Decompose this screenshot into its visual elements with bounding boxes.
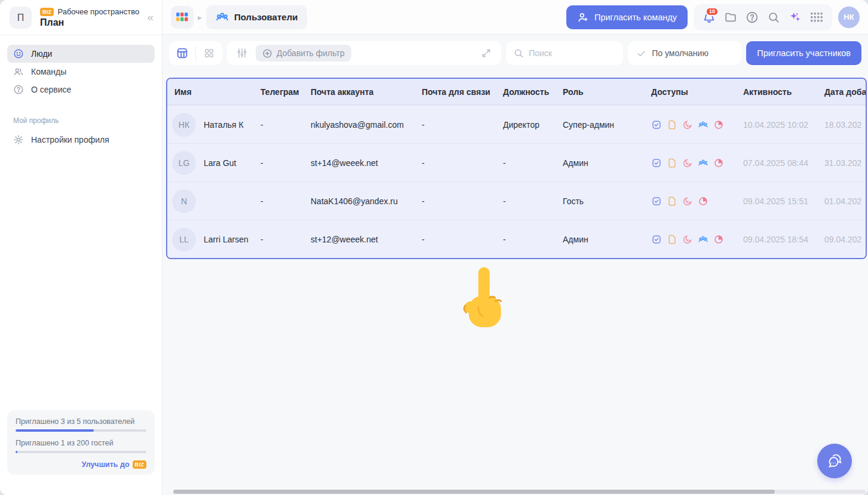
- column-header-date-added[interactable]: Дата доба: [817, 87, 867, 97]
- user-role: Гость: [556, 196, 644, 206]
- table-view-icon: [176, 47, 189, 60]
- biz-badge: BIZ: [133, 460, 146, 469]
- files-button[interactable]: [720, 7, 741, 28]
- invite-team-button[interactable]: Пригласить команду: [566, 5, 688, 29]
- notification-badge: 10: [706, 7, 719, 16]
- card-view-button[interactable]: [196, 41, 222, 65]
- question-circle-icon: [746, 11, 759, 24]
- support-chat-button[interactable]: [817, 444, 852, 478]
- sidebar-item-profile-settings[interactable]: Настройки профиля: [7, 131, 155, 149]
- upgrade-link[interactable]: Улучшить до: [82, 460, 130, 469]
- column-header-telegram[interactable]: Телеграм: [253, 87, 303, 97]
- user-date-added: 31.03.202: [817, 158, 867, 168]
- analytics-access-icon: [713, 234, 724, 245]
- color-grid-icon: [176, 13, 188, 21]
- user-telegram: -: [253, 158, 303, 168]
- table-search: [506, 41, 623, 65]
- gear-icon: [13, 134, 24, 145]
- user-activity: 09.04.2025 15:51: [736, 196, 817, 206]
- settings-sliders-button[interactable]: [233, 44, 251, 62]
- expand-button[interactable]: [477, 44, 495, 62]
- column-header-name[interactable]: Имя: [167, 87, 253, 97]
- user-activity: 10.04.2025 10:02: [736, 120, 817, 130]
- user-account-email: st+12@weeek.net: [303, 235, 415, 244]
- add-filter-button[interactable]: Добавить фильтр: [256, 45, 351, 62]
- column-header-account-email[interactable]: Почта аккаунта: [303, 87, 415, 97]
- user-telegram: -: [253, 120, 303, 130]
- avatar: НК: [172, 113, 196, 137]
- avatar: LG: [172, 151, 196, 175]
- sparkles-icon: [789, 11, 802, 24]
- check-icon: [636, 48, 646, 59]
- horizontal-scrollbar: [173, 490, 866, 494]
- workspace-label: Рабочее пространство: [57, 7, 139, 16]
- table-row[interactable]: LL Larri Larsen - st+12@weeek.net - - Ад…: [167, 220, 867, 258]
- tasks-access-icon: [651, 119, 662, 130]
- users-access-icon: [698, 234, 708, 245]
- table-row[interactable]: НК Наталья К - nkulyashova@gmail.com - Д…: [167, 105, 867, 143]
- workspace-header: П BIZ Рабочее пространство План «: [0, 0, 162, 35]
- help-button[interactable]: [741, 7, 763, 28]
- invite-members-button[interactable]: Пригласить участников: [746, 41, 861, 65]
- workspace-grid-icon[interactable]: [171, 6, 194, 29]
- view-toolbar: Добавить фильтр По умолчанию Пригласить …: [162, 35, 868, 72]
- question-icon: [13, 84, 24, 95]
- user-activity: 07.04.2025 08:44: [736, 158, 817, 168]
- docs-access-icon: [667, 234, 677, 245]
- users-quota-text: Приглашено 3 из 5 пользователей: [16, 417, 146, 426]
- column-header-contact-email[interactable]: Почта для связи: [415, 87, 496, 97]
- table-row[interactable]: N - NataK1406@yandex.ru - - Гость 09.04.…: [167, 182, 867, 220]
- users-quota-bar: [16, 429, 146, 432]
- profile-section-label: Мой профиль: [0, 116, 162, 125]
- sort-select[interactable]: По умолчанию: [628, 41, 741, 65]
- breadcrumb-users[interactable]: Пользователи: [206, 5, 307, 29]
- ai-button[interactable]: [784, 7, 806, 28]
- analytics-access-icon: [698, 196, 708, 207]
- user-avatar[interactable]: НК: [838, 7, 860, 28]
- guests-quota-bar: [16, 451, 146, 453]
- workspace-initial: П: [17, 13, 24, 23]
- search-input[interactable]: [529, 48, 606, 58]
- column-header-position[interactable]: Должность: [496, 87, 556, 97]
- sidebar-collapse-icon[interactable]: «: [147, 11, 154, 24]
- search-icon: [767, 11, 780, 24]
- scrollbar-thumb[interactable]: [173, 490, 775, 494]
- global-search-button[interactable]: [763, 7, 784, 28]
- breadcrumb-label: Пользователи: [234, 12, 297, 22]
- user-date-added: 01.04.202: [817, 196, 867, 206]
- notifications-button[interactable]: 10: [698, 7, 720, 28]
- user-role: Супер-админ: [556, 120, 644, 130]
- user-telegram: -: [253, 196, 303, 206]
- chevron-right-icon: ▸: [198, 13, 202, 22]
- table-row[interactable]: LG Lara Gut - st+14@weeek.net - - Админ …: [167, 143, 867, 182]
- table-header-row: Имя Телеграм Почта аккаунта Почта для св…: [167, 79, 867, 105]
- sidebar-item-about[interactable]: О сервисе: [7, 81, 155, 99]
- user-name: Наталья К: [204, 120, 244, 130]
- sidebar-item-teams[interactable]: Команды: [7, 63, 155, 81]
- workspace-logo[interactable]: П: [10, 7, 32, 29]
- sidebar-item-people[interactable]: Люди: [7, 45, 155, 63]
- user-access: [644, 234, 736, 245]
- add-filter-label: Добавить фильтр: [277, 48, 345, 58]
- sidebar-item-label: Настройки профиля: [31, 135, 109, 144]
- people-icon: [13, 66, 24, 77]
- workspace-name: План: [40, 17, 139, 28]
- analytics-access-icon: [713, 158, 724, 168]
- chat-bubbles-icon: [825, 451, 844, 471]
- table-view-button[interactable]: [169, 41, 195, 65]
- column-header-access[interactable]: Доступы: [644, 87, 736, 97]
- user-account-email: nkulyashova@gmail.com: [303, 120, 415, 130]
- sort-value: По умолчанию: [652, 48, 708, 58]
- user-access: [644, 119, 736, 130]
- column-header-role[interactable]: Роль: [556, 87, 644, 97]
- sliders-icon: [236, 47, 248, 59]
- user-position: -: [496, 196, 556, 206]
- apps-button[interactable]: [806, 7, 827, 28]
- column-header-activity[interactable]: Активность: [736, 87, 817, 97]
- grid-view-icon: [203, 47, 215, 59]
- avatar: LL: [172, 227, 196, 251]
- crm-access-icon: [682, 119, 693, 130]
- guests-quota-text: Приглашено 1 из 200 гостей: [16, 439, 146, 447]
- smiley-icon: [13, 48, 24, 59]
- usage-card: Приглашено 3 из 5 пользователей Приглаше…: [7, 410, 155, 475]
